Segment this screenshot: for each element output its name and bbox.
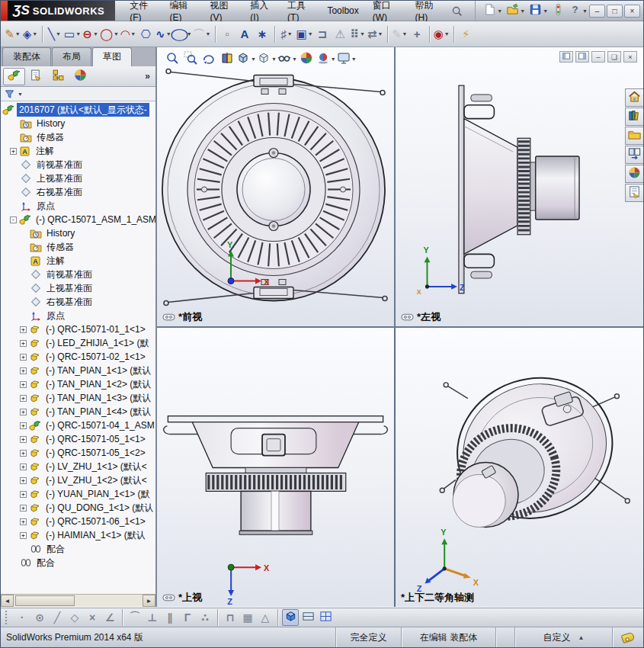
open-document-button[interactable]: ▼ [505,2,527,19]
dropdown-caret-icon[interactable]: ▼ [402,31,407,37]
viewport-dimetric[interactable]: Y X Z *上下二等角轴测 [396,328,643,607]
quick-snaps-button[interactable]: ◉▼ [433,24,450,44]
tree-item[interactable]: 原点 [1,199,155,213]
tree-item[interactable]: +A注解 [1,144,155,158]
snap-hv-button[interactable]: Γ [179,609,196,626]
snap-length-button[interactable]: ⊓ [222,609,239,626]
tab-装配体[interactable]: 装配体 [2,47,51,66]
dropdown-caret-icon[interactable]: ▼ [130,31,136,37]
straight-slot-button[interactable]: ⊖▼ [82,24,99,44]
filter-icon[interactable] [5,89,14,99]
circle-button[interactable]: ◯▼ [99,24,120,44]
display-style-button[interactable]: ▼ [257,50,277,68]
dropdown-caret-icon[interactable]: ▼ [582,8,588,14]
dropdown-caret-icon[interactable]: ▼ [114,31,119,37]
viewport-left[interactable]: Y Z X *左视 [396,47,643,326]
child-restore-button[interactable]: ❏ [607,51,621,63]
two-view-button[interactable] [300,609,316,626]
expander-icon[interactable]: + [20,532,27,539]
ellipse-button[interactable]: ◯▼ [172,24,193,44]
pane-right-button[interactable] [575,51,589,63]
dropdown-caret-icon[interactable]: ▼ [287,31,293,37]
tree-item[interactable]: 传感器 [1,130,155,144]
tree-item[interactable]: +(-) TAN_PIAN_1<4> (默认 [1,405,155,419]
tree-item[interactable]: +(-) QRC-15071-04_1_ASM [1,419,155,432]
scrollbar-thumb[interactable] [15,595,75,606]
text-button[interactable]: A [236,24,254,44]
save-document-button[interactable]: ▼ [527,2,549,19]
dropdown-caret-icon[interactable]: ▼ [351,56,357,62]
view-settings-button[interactable]: ▼ [337,50,357,68]
expander-icon[interactable]: + [20,409,27,415]
file-explorer-button[interactable] [625,127,643,145]
scroll-right-button[interactable]: ► [143,595,155,607]
offset-entities-button[interactable]: ⊐ [314,24,332,44]
corner-rectangle-button[interactable]: ▭▼ [63,24,82,44]
tab-草图[interactable]: 草图 [92,47,132,66]
dropdown-caret-icon[interactable]: ▼ [444,31,450,37]
tree-item[interactable]: 配合 [1,556,155,569]
expander-icon[interactable]: + [20,477,27,484]
expander-icon[interactable]: + [20,367,27,374]
sketch-button[interactable]: ✎▼ [4,24,21,44]
snap-points-button[interactable]: · [14,609,30,626]
tree-item[interactable]: 传感器 [1,240,155,254]
snap-parallel-button[interactable]: ∥ [162,609,178,626]
expander-icon[interactable]: + [20,395,27,402]
scrollbar-track[interactable] [14,595,143,607]
tree-item[interactable]: A注解 [1,254,155,268]
scroll-left-button[interactable]: ◄ [1,595,14,607]
section-view-button[interactable] [218,50,235,68]
display-relations-button[interactable]: ✎▼ [391,24,409,44]
dropdown-caret-icon[interactable]: ▼ [543,8,548,14]
expander-icon[interactable]: + [20,491,27,498]
viewport-top[interactable]: X Z *上视 [157,328,394,607]
zoom-to-fit-button[interactable] [163,50,181,68]
hide-show-items-button[interactable]: ▼ [277,50,297,68]
zoom-to-area-button[interactable] [181,50,199,68]
expander-icon[interactable]: + [20,422,27,429]
propertymanager-tab[interactable] [25,68,47,85]
dropdown-caret-icon[interactable]: ▼ [251,56,256,62]
featuremanager-tab[interactable] [3,68,25,85]
tree-item[interactable]: +(-) QRC-15071-02_1<1> [1,350,155,364]
child-minimize-button[interactable]: – [591,51,605,63]
dropdown-caret-icon[interactable]: ▼ [93,31,98,37]
maximize-button[interactable]: □ [607,5,623,18]
tree-item[interactable]: History [1,226,155,240]
solidworks-resources-button[interactable] [625,88,643,107]
tree-item[interactable]: +(-) YUAN_PIAN_1<1> (默 [1,487,155,501]
snap-center-button[interactable]: ⊙ [31,609,48,626]
tree-item[interactable]: +(-) LV_ZHU_1<2> (默认< [1,473,155,487]
search-icon[interactable] [449,1,464,21]
dropdown-caret-icon[interactable]: ▼ [377,31,383,37]
tree-item[interactable]: 前视基准面 [1,158,155,172]
tree-item[interactable]: +(-) QRC-15071-06_1<1> [1,515,155,528]
view-palette-button[interactable] [625,146,643,164]
snap-midpoint-button[interactable]: ╱ [49,609,66,626]
custom-properties-button[interactable] [625,184,643,202]
sketch-fillet-button[interactable]: ⌒▼ [193,24,212,44]
design-library-button[interactable] [625,107,643,126]
view-orientation-button[interactable]: ▼ [236,50,256,68]
dropdown-caret-icon[interactable]: ▼ [520,8,525,14]
tree-item[interactable]: 2016707 (默认<默认_显示状态- [1,103,155,117]
polygon-button[interactable]: ⎔ [137,24,155,44]
convert-entities-button[interactable]: ▣▼ [296,24,314,44]
tree-item[interactable]: +(-) QRC-15071-05_1<2> [1,446,155,460]
snap-angle-button[interactable]: △ [257,609,274,626]
expander-icon[interactable]: + [20,436,27,443]
snap-tangent-button[interactable]: ⌒ [127,609,143,626]
repair-sketch-button[interactable]: + [409,24,426,44]
selection-box-button[interactable]: ▫ [219,24,236,44]
expander-icon[interactable]: - [10,217,17,223]
tree-item[interactable]: +(-) TAN_PIAN_1<1> (默认 [1,364,155,377]
point-button[interactable]: ∗ [254,24,271,44]
tree-item[interactable]: 上视基准面 [1,172,155,185]
smart-dimension-button[interactable]: ◈▼ [21,24,39,44]
move-entities-button[interactable]: ⇄▼ [367,24,384,44]
expander-icon[interactable]: + [20,381,27,388]
rotate-view-button[interactable] [200,50,217,68]
tag-field[interactable] [612,627,643,647]
tree-item[interactable]: 右视基准面 [1,185,155,199]
